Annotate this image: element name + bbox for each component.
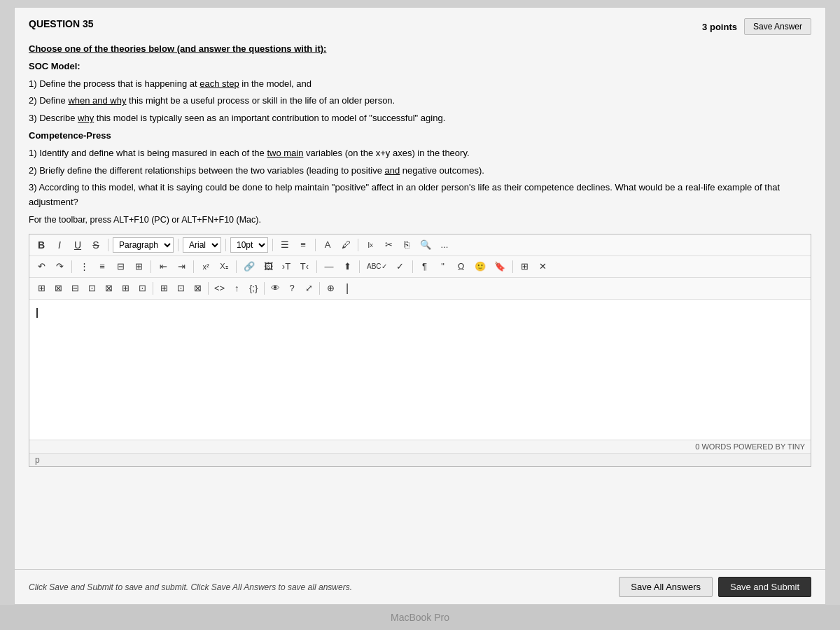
- preview-button[interactable]: 👁: [267, 281, 283, 296]
- redo-button[interactable]: ↷: [52, 259, 67, 274]
- sep-r2-1: [71, 260, 72, 273]
- editor-content[interactable]: [29, 300, 811, 440]
- question-number: QUESTION 35: [29, 18, 94, 29]
- question-button[interactable]: ?: [284, 281, 300, 296]
- table-btn8[interactable]: ⊞: [156, 281, 172, 296]
- powered-by: POWERED BY TINY: [734, 442, 805, 451]
- paragraph-select[interactable]: Paragraph: [113, 237, 174, 253]
- paragraph-mark-button[interactable]: ¶: [417, 259, 433, 274]
- theory1-bold: SOC Model:: [29, 61, 80, 71]
- undo-button[interactable]: ↶: [34, 259, 49, 274]
- p-tag: p: [29, 453, 811, 466]
- bottom-bar: Click Save and Submit to save and submit…: [14, 570, 826, 605]
- rtl-button[interactable]: T‹: [297, 259, 312, 274]
- sep-r2-3: [193, 260, 194, 273]
- bookmark-button[interactable]: 🔖: [491, 259, 508, 274]
- x-button[interactable]: ✕: [536, 259, 551, 274]
- hr-button[interactable]: —: [321, 259, 337, 274]
- separator4: [272, 239, 273, 251]
- add-button[interactable]: ⊕: [323, 281, 338, 296]
- sep-r2-6: [359, 260, 360, 273]
- underline-button[interactable]: U: [70, 237, 85, 253]
- sep-r2-5: [316, 260, 317, 273]
- sep-r2-8: [512, 260, 513, 273]
- table-btn6[interactable]: ⊞: [118, 281, 133, 296]
- theory1-item2: 2) Define when and why this might be a u…: [29, 94, 811, 108]
- theory2-item2: 2) Briefly define the different relation…: [29, 164, 811, 178]
- table-btn9[interactable]: ⊡: [173, 281, 188, 296]
- toolbar-row3: ⊞ ⊠ ⊟ ⊡ ⊠ ⊞ ⊡ ⊞ ⊡ ⊠ <> ↑ {;} 👁: [29, 278, 811, 300]
- size-dropdown[interactable]: 10pt: [230, 237, 268, 253]
- save-answer-button[interactable]: Save Answer: [744, 18, 811, 35]
- ltr-button[interactable]: ›T: [279, 259, 294, 274]
- cut-button[interactable]: ✂: [381, 237, 396, 253]
- omega-button[interactable]: Ω: [454, 259, 469, 274]
- toolbar-row1: B I U S Paragraph Arial: [29, 234, 811, 256]
- toolbar-hint: For the toolbar, press ALT+F10 (PC) or A…: [29, 213, 811, 227]
- quote-button[interactable]: ": [435, 259, 451, 274]
- bottom-hint: Click Save and Submit to save and submit…: [29, 582, 352, 592]
- brace-button[interactable]: {;}: [246, 281, 261, 296]
- strikethrough-button[interactable]: S: [88, 237, 104, 253]
- clear-format-button[interactable]: Ix: [363, 237, 378, 253]
- bottom-buttons: Save All Answers Save and Submit: [619, 577, 811, 597]
- paragraph-dropdown[interactable]: Paragraph: [113, 237, 174, 253]
- size-select[interactable]: 10pt: [230, 237, 268, 253]
- copy-button[interactable]: ⎘: [399, 237, 414, 253]
- separator5: [315, 239, 316, 251]
- font-dropdown[interactable]: Arial: [183, 237, 221, 253]
- checkmark-button[interactable]: ✓: [393, 259, 408, 274]
- table-btn2[interactable]: ⊠: [50, 281, 66, 296]
- indent-button1[interactable]: ⋮: [76, 259, 92, 274]
- link-button[interactable]: 🔗: [241, 259, 258, 274]
- separator1: [108, 239, 108, 251]
- word-count: 0 WORDS: [695, 442, 731, 451]
- search-button[interactable]: 🔍: [417, 237, 434, 253]
- emoji-button[interactable]: 🙂: [472, 259, 489, 274]
- toolbar-row2: ↶ ↷ ⋮ ≡ ⊟ ⊞ ⇤ ⇥ x² X₂ 🔗 🖼 ›T T‹ —: [29, 256, 811, 278]
- sep-r2-2: [150, 260, 151, 273]
- sep-r3-1: [153, 282, 153, 295]
- indent-out-button[interactable]: ⇤: [155, 259, 171, 274]
- table-btn3[interactable]: ⊟: [67, 281, 83, 296]
- table-btn10[interactable]: ⊠: [190, 281, 205, 296]
- indent-button2[interactable]: ≡: [94, 259, 110, 274]
- table-btn7[interactable]: ⊡: [134, 281, 150, 296]
- cursor-text-button[interactable]: |: [340, 281, 355, 296]
- italic-button[interactable]: I: [52, 237, 67, 253]
- superscript-button[interactable]: x²: [198, 259, 214, 274]
- list-unordered-button[interactable]: ☰: [277, 237, 293, 253]
- save-all-answers-button[interactable]: Save All Answers: [619, 577, 713, 597]
- font-color-button[interactable]: 🖊: [338, 237, 354, 253]
- spellcheck-button[interactable]: ABC✓: [364, 259, 390, 274]
- image-button[interactable]: 🖼: [260, 259, 276, 274]
- cursor-button[interactable]: ↑: [229, 281, 244, 296]
- indent-in-button[interactable]: ⇥: [174, 259, 189, 274]
- bold-button[interactable]: B: [34, 237, 49, 253]
- code-button[interactable]: <>: [211, 281, 227, 296]
- table-btn1[interactable]: ⊞: [34, 281, 49, 296]
- save-and-submit-button[interactable]: Save and Submit: [718, 577, 811, 597]
- editor-area[interactable]: B I U S Paragraph Arial: [29, 234, 811, 467]
- sep-r3-4: [319, 282, 320, 295]
- table-btn5[interactable]: ⊠: [101, 281, 116, 296]
- word-count-bar: 0 WORDS POWERED BY TINY: [29, 440, 811, 453]
- upload-button[interactable]: ⬆: [340, 259, 355, 274]
- grid-button[interactable]: ⊞: [517, 259, 533, 274]
- sep-r2-7: [412, 260, 413, 273]
- font-select[interactable]: Arial: [183, 237, 221, 253]
- indent-button4[interactable]: ⊞: [131, 259, 146, 274]
- table-btn4[interactable]: ⊡: [84, 281, 99, 296]
- subscript-button[interactable]: X₂: [216, 259, 232, 274]
- align-left-button[interactable]: A: [320, 237, 335, 253]
- theory2-item3: 3) According to this model, what it is s…: [29, 181, 811, 210]
- fullscreen-button[interactable]: ⤢: [301, 281, 316, 296]
- separator3: [225, 239, 226, 251]
- theory1-item1: 1) Define the process that is happening …: [29, 77, 811, 92]
- macbook-label: MacBook Pro: [391, 612, 449, 623]
- list-ordered-button[interactable]: ≡: [295, 237, 311, 253]
- indent-button3[interactable]: ⊟: [113, 259, 128, 274]
- more-button[interactable]: ...: [437, 237, 452, 253]
- theory2-item1: 1) Identify and define what is being mas…: [29, 146, 811, 161]
- sep-r3-3: [264, 282, 265, 295]
